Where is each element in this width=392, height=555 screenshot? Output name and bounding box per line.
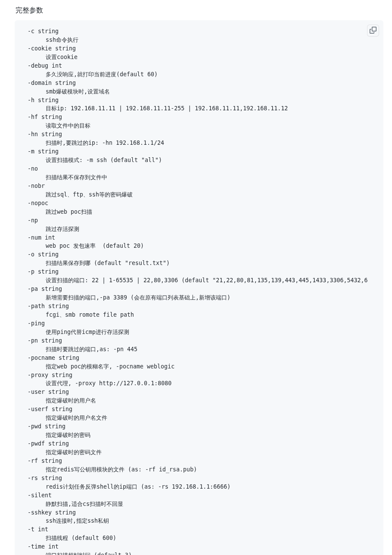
param-flag: -path string xyxy=(28,302,376,311)
param-description: ssh连接时,指定ssh私钥 xyxy=(46,517,376,525)
copy-icon xyxy=(370,27,376,35)
param-description: 设置扫描模式: -m ssh (default "all") xyxy=(46,156,376,165)
param-flag: -h string xyxy=(28,96,376,105)
param-flag: -silent xyxy=(28,491,376,500)
param-description: 指定爆破时的用户名 xyxy=(46,396,376,405)
param-description: 扫描结果保存到哪 (default "result.txt") xyxy=(46,259,376,268)
param-flag: -no xyxy=(28,165,376,173)
param-description: 扫描结果不保存到文件中 xyxy=(46,173,376,182)
param-flag: -sshkey string xyxy=(28,508,376,517)
param-flag: -domain string xyxy=(28,79,376,87)
param-flag: -pocname string xyxy=(28,354,376,362)
param-description: 扫描时要跳过的端口,as: -pn 445 xyxy=(46,345,376,354)
param-flag: -np xyxy=(28,216,376,225)
param-description: fcgi、smb romote file path xyxy=(46,311,376,319)
param-description: smb爆破模块时,设置域名 xyxy=(46,87,376,96)
param-description: 跳过sql、ftp、ssh等的密码爆破 xyxy=(46,190,376,199)
param-description: 读取文件中的目标 xyxy=(46,122,376,130)
param-flag: -pwd string xyxy=(28,422,376,431)
param-description: 指定爆破时的密码文件 xyxy=(46,448,376,457)
param-description: 设置代理, -proxy http://127.0.0.1:8080 xyxy=(46,379,376,388)
param-flag: -nopoc xyxy=(28,199,376,208)
param-description: 设置cookie xyxy=(46,53,376,62)
param-description: 目标ip: 192.168.11.11 | 192.168.11.11-255 … xyxy=(46,104,376,113)
param-flag: -pwdf string xyxy=(28,440,376,448)
param-description: 指定爆破时的密码 xyxy=(46,431,376,440)
param-description: 扫描时,要跳过的ip: -hn 192.168.1.1/24 xyxy=(46,139,376,147)
code-content: -c stringssh命令执行-cookie string设置cookie-d… xyxy=(22,27,376,555)
param-flag: -p string xyxy=(28,268,376,276)
param-description: 跳过web poc扫描 xyxy=(46,208,376,216)
param-flag: -userf string xyxy=(28,405,376,414)
param-description: 端口扫描超时时间 (default 3) xyxy=(46,551,376,555)
param-description: 跳过存活探测 xyxy=(46,225,376,234)
param-flag: -hf string xyxy=(28,113,376,122)
param-description: redis计划任务反弹shell的ip端口 (as: -rs 192.168.1… xyxy=(46,483,376,491)
param-flag: -pn string xyxy=(28,337,376,345)
param-flag: -user string xyxy=(28,388,376,396)
param-flag: -pa string xyxy=(28,285,376,293)
param-flag: -proxy string xyxy=(28,371,376,380)
param-flag: -time int xyxy=(28,543,376,551)
param-flag: -ping xyxy=(28,319,376,328)
param-flag: -rs string xyxy=(28,474,376,483)
param-description: 新增需要扫描的端口,-pa 3389 (会在原有端口列表基础上,新增该端口) xyxy=(46,293,376,302)
param-flag: -num int xyxy=(28,234,376,242)
param-flag: -hn string xyxy=(28,130,376,139)
param-description: 指定redis写公钥用模块的文件 (as: -rf id_rsa.pub) xyxy=(46,465,376,474)
param-description: 使用ping代替icmp进行存活探测 xyxy=(46,328,376,337)
param-description: 设置扫描的端口: 22 | 1-65535 | 22,80,3306 (defa… xyxy=(46,276,376,285)
code-block: -c stringssh命令执行-cookie string设置cookie-d… xyxy=(15,20,383,555)
section-heading: 完整参数 xyxy=(16,6,392,15)
param-flag: -t int xyxy=(28,525,376,534)
param-flag: -o string xyxy=(28,250,376,259)
param-description: 扫描线程 (default 600) xyxy=(46,534,376,543)
param-description: 静默扫描,适合cs扫描时不回显 xyxy=(46,500,376,508)
param-flag: -debug int xyxy=(28,62,376,70)
param-flag: -c string xyxy=(28,27,376,36)
param-flag: -cookie string xyxy=(28,44,376,53)
param-description: ssh命令执行 xyxy=(46,36,376,44)
param-description: 多久没响应,就打印当前进度(default 60) xyxy=(46,70,376,79)
param-description: 指定web poc的模糊名字, -pocname weblogic xyxy=(46,362,376,371)
copy-button[interactable] xyxy=(367,25,379,37)
param-flag: -rf string xyxy=(28,457,376,465)
param-description: web poc 发包速率 (default 20) xyxy=(46,242,376,250)
param-flag: -nobr xyxy=(28,182,376,190)
param-description: 指定爆破时的用户名文件 xyxy=(46,414,376,422)
param-flag: -m string xyxy=(28,147,376,156)
